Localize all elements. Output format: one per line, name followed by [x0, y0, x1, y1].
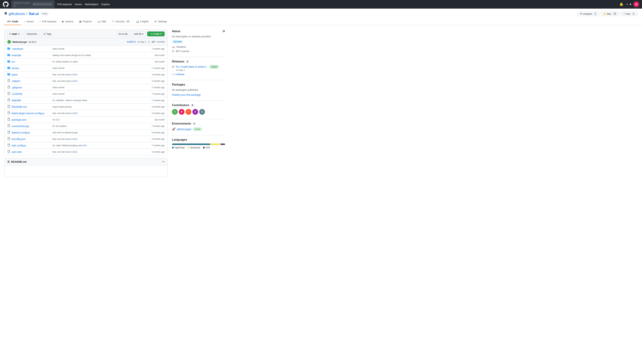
table-row: .gitignore inital commit 7 months ago: [5, 84, 167, 91]
file-name-link[interactable]: screenshot.png: [12, 125, 51, 128]
file-time: 7 months ago: [145, 144, 165, 147]
wiki-tab-label: Wiki: [102, 20, 106, 23]
commit-link[interactable]: #12: [73, 138, 77, 140]
table-row: LICENSE inital commit 7 months ago: [5, 91, 167, 97]
commit-link[interactable]: #12: [73, 151, 77, 153]
file-commit-message: inital commit: [53, 67, 143, 70]
license-icon: ⚖: [172, 50, 174, 52]
file-name-link[interactable]: tsconfig.json: [12, 138, 51, 140]
create-new-button[interactable]: ＋ ▾: [625, 2, 631, 6]
commit-link[interactable]: #12: [73, 80, 77, 82]
file-time: 3 months ago: [145, 138, 165, 140]
insights-tab-label: Insights: [140, 20, 149, 23]
tab-insights[interactable]: 📊 Insights: [133, 18, 152, 25]
repo-name-link[interactable]: flat-ui: [29, 12, 39, 16]
file-name-link[interactable]: LICENSE: [12, 92, 51, 96]
visibility-badge: Public: [40, 12, 49, 16]
license-link[interactable]: ⚖ MIT License: [172, 50, 225, 52]
file-name-link[interactable]: README.md: [12, 106, 51, 108]
readme-edit-button[interactable]: ✏: [162, 160, 165, 164]
branch-icon: ⑂: [9, 32, 11, 35]
code-tab-icon: </>: [7, 20, 11, 23]
commit-message: add store to tailwind purge: [53, 131, 78, 134]
contributor-avatar-2[interactable]: B: [179, 109, 184, 115]
contributor-avatar-3[interactable]: C: [186, 109, 191, 115]
security-tab-label: Security: [116, 20, 125, 23]
contributor-avatar-5[interactable]: E: [199, 109, 205, 115]
releases-count-badge: 2: [186, 60, 189, 63]
file-name-link[interactable]: tsdx.config.js: [12, 144, 51, 147]
file-name-link[interactable]: babel-plugin-macros.config.js: [12, 112, 51, 115]
file-name-link[interactable]: example: [12, 54, 51, 57]
all-releases-link[interactable]: + 1 release: [172, 73, 225, 76]
commit-count-label: commits: [157, 40, 165, 43]
tab-security[interactable]: 🛡 Security 22: [109, 18, 133, 25]
contributors-title: Contributors 5: [172, 104, 225, 107]
branches-button[interactable]: ⑂ Branches: [23, 32, 40, 36]
fork-button[interactable]: ⑂ Fork 6: [621, 12, 638, 16]
file-name-link[interactable]: types: [12, 73, 51, 76]
tags-button[interactable]: 🏷 Tags: [41, 32, 54, 36]
tab-actions[interactable]: ▶ Actions: [59, 18, 76, 25]
readme-title: ☰ README.md: [7, 160, 27, 163]
watch-button[interactable]: 👁 Unwatch 3: [577, 12, 599, 16]
file-name-link[interactable]: stories: [12, 67, 51, 70]
file-name-link[interactable]: yarn.lock: [12, 150, 51, 153]
star-label: Star: [607, 12, 611, 15]
commit-link[interactable]: #1: [84, 144, 86, 147]
search-box[interactable]: Search or jump to... /: [12, 0, 55, 8]
tab-code[interactable]: </> Code: [4, 18, 21, 25]
notification-bell-button[interactable]: 🔔: [619, 2, 623, 6]
file-name-link[interactable]: .gitignore: [12, 86, 51, 89]
add-file-button[interactable]: Add file ▾: [132, 32, 146, 36]
file-name-link[interactable]: .babelrc: [12, 80, 51, 82]
contributor-avatar-1[interactable]: A: [172, 109, 178, 115]
about-settings-icon[interactable]: ⚙: [222, 30, 225, 33]
file-name-link[interactable]: src: [12, 60, 51, 63]
packages-section: Packages No packages published Publish y…: [172, 83, 225, 96]
file-icon: [7, 137, 10, 141]
table-row: .storybook inital commit 7 months ago: [5, 46, 167, 52]
tags-icon: 🏷: [43, 32, 46, 35]
divider-3: [172, 100, 225, 101]
branch-selector-button[interactable]: ⑂ main ▾: [7, 32, 22, 36]
tab-pull-requests[interactable]: ⑂ Pull requests: [37, 18, 59, 25]
commit-message: adding some blank strings too for variet…: [53, 54, 91, 56]
publish-package-link[interactable]: Publish your first package: [172, 94, 225, 96]
latest-badge: Latest: [210, 65, 218, 68]
tab-projects[interactable]: ▦ Projects: [76, 18, 95, 25]
pull-requests-link[interactable]: Pull requests: [57, 3, 72, 6]
release-name-link[interactable]: Fix: invalid dates & sticky h...: [176, 65, 208, 68]
commit-author-name: Wattenberger: [12, 40, 27, 43]
commit-hash-link[interactable]: 8a96012: [127, 40, 136, 43]
contributor-avatar-4[interactable]: D: [192, 109, 198, 115]
contributors-header: Contributors 5: [172, 104, 194, 107]
table-row: types feat: use twin.macro (#12) 3 month…: [5, 72, 167, 78]
file-name-link[interactable]: tailwind.config.js: [12, 131, 51, 134]
commit-link[interactable]: #12: [73, 73, 77, 76]
file-time: 7 months ago: [145, 48, 165, 50]
packages-empty-text: No packages published: [172, 88, 225, 91]
explore-link[interactable]: Explore: [101, 3, 110, 6]
about-tag[interactable]: flat-data: [172, 40, 183, 43]
repo-owner-link[interactable]: githubocto: [9, 12, 25, 16]
tag-icon: 🏷: [172, 65, 174, 68]
commit-message: inital commit: [53, 86, 65, 89]
file-name-link[interactable]: Makefile: [12, 99, 51, 102]
divider-2: [172, 80, 225, 80]
file-name-link[interactable]: .storybook: [12, 48, 51, 50]
star-button[interactable]: ⭐ Star 52: [601, 12, 620, 16]
commit-link[interactable]: #12: [73, 112, 77, 114]
issues-link[interactable]: Issues: [75, 3, 82, 6]
readme-link[interactable]: 📖 Readme: [172, 46, 225, 48]
marketplace-link[interactable]: Marketplace: [85, 3, 98, 6]
tab-issues[interactable]: ○ Issues: [21, 18, 37, 25]
environment-name-link[interactable]: github-pages: [177, 128, 191, 131]
tab-wiki[interactable]: 📖 Wiki: [95, 18, 109, 25]
go-to-file-button[interactable]: Go to file: [116, 32, 130, 36]
file-time: 3 months ago: [145, 73, 165, 76]
tab-settings[interactable]: ⚙ Settings: [152, 18, 170, 25]
code-button[interactable]: <> Code ▾: [147, 32, 165, 36]
file-name-link[interactable]: package.json: [12, 118, 51, 121]
user-avatar[interactable]: W: [633, 2, 639, 7]
